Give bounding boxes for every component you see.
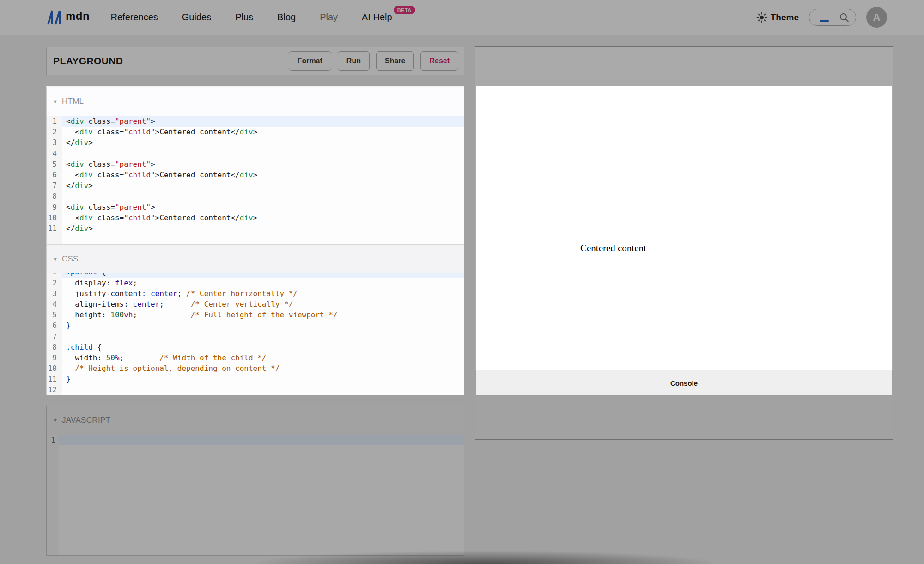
- code-line[interactable]: 3</div>: [47, 137, 464, 148]
- line-number: 7: [47, 180, 62, 191]
- code-token: center: [151, 289, 177, 298]
- code-line[interactable]: 10 /* Height is optional, depending on c…: [47, 363, 464, 374]
- code-token: div: [75, 224, 88, 233]
- code-line[interactable]: 4 align-items: center; /* Center vertica…: [47, 299, 464, 309]
- code-line[interactable]: 4: [47, 148, 464, 159]
- nav-item-guides[interactable]: Guides: [182, 12, 211, 23]
- line-number: 4: [47, 299, 62, 309]
- console-label: Console: [670, 379, 698, 387]
- code-token: 50: [106, 353, 115, 362]
- dim-overlay: [892, 86, 924, 564]
- nav-item-blog[interactable]: Blog: [277, 12, 296, 23]
- code-token: width:: [66, 353, 106, 362]
- code-token: /* Full height of the viewport */: [191, 310, 338, 319]
- code-line-content: display: flex;: [62, 278, 464, 288]
- collapse-triangle-icon: ▼: [53, 418, 58, 423]
- code-line[interactable]: 5 height: 100vh; /* Full height of the v…: [47, 309, 464, 320]
- code-token: ;: [133, 279, 138, 287]
- line-number: 9: [47, 352, 62, 363]
- code-token: div: [240, 213, 253, 222]
- code-line[interactable]: 3 justify-content: center; /* Center hor…: [47, 288, 464, 299]
- search-input[interactable]: [809, 9, 856, 26]
- toolbar-button-run[interactable]: Run: [338, 51, 370, 71]
- code-token: div: [75, 181, 88, 190]
- beta-badge: BETA: [394, 6, 415, 14]
- js-editor-header[interactable]: ▼ JAVASCRIPT: [47, 406, 464, 435]
- code-line[interactable]: 7: [47, 331, 464, 342]
- html-code-editor[interactable]: 1<div class="parent">2 <div class="child…: [47, 116, 464, 244]
- nav-item-play[interactable]: Play: [320, 12, 338, 23]
- code-token: >: [253, 170, 258, 179]
- code-token: ;: [159, 300, 190, 309]
- code-line-content: <div class="parent">: [62, 159, 464, 170]
- code-token: <: [66, 213, 79, 222]
- line-number: 1: [47, 273, 62, 278]
- code-line[interactable]: 5<div class="parent">: [47, 159, 464, 170]
- code-line[interactable]: 11}: [47, 374, 464, 384]
- code-line[interactable]: 8.child {: [47, 342, 464, 352]
- css-editor-label: CSS: [62, 255, 79, 264]
- code-line[interactable]: 2 display: flex;: [47, 278, 464, 288]
- code-line-content: /* Height is optional, depending on cont…: [62, 363, 464, 374]
- code-token: div: [71, 160, 84, 169]
- code-line[interactable]: 11</div>: [47, 223, 464, 234]
- code-token: >: [88, 181, 93, 190]
- nav-item-ai-help[interactable]: AI HelpBETA: [362, 12, 414, 23]
- code-token: >: [151, 203, 155, 212]
- sun-icon: [756, 12, 767, 23]
- code-line-content: .child {: [62, 342, 464, 352]
- line-number: 5: [47, 159, 62, 170]
- code-line[interactable]: 1.parent {: [47, 273, 464, 278]
- code-line[interactable]: 12: [47, 384, 464, 395]
- mdn-logo[interactable]: mdn _: [46, 10, 97, 25]
- code-token: </: [66, 181, 75, 190]
- toolbar-button-reset[interactable]: Reset: [420, 51, 458, 71]
- code-line[interactable]: 2 <div class="child">Centered content</d…: [47, 127, 464, 137]
- mdn-playground-page: mdn _ ReferencesGuidesPlusBlogPlayAI Hel…: [0, 0, 924, 564]
- code-token: <: [66, 117, 71, 126]
- dim-overlay: [464, 86, 476, 564]
- js-code-editor[interactable]: 1: [47, 435, 464, 555]
- toolbar-button-share[interactable]: Share: [376, 51, 414, 71]
- code-line-content: align-items: center; /* Center verticall…: [62, 299, 464, 309]
- search-caret: [820, 20, 829, 22]
- code-line-content: </div>: [62, 223, 464, 234]
- top-nav: mdn _ ReferencesGuidesPlusBlogPlayAI Hel…: [0, 0, 924, 35]
- theme-label: Theme: [771, 12, 799, 23]
- playground-header: PLAYGROUND FormatRunShareReset: [46, 47, 464, 75]
- code-token: >Centered content</: [155, 170, 240, 179]
- html-editor-header[interactable]: ▼ HTML: [47, 87, 464, 116]
- toolbar-button-format[interactable]: Format: [289, 51, 331, 71]
- console-toggle[interactable]: Console: [475, 370, 893, 396]
- code-token: .child: [66, 343, 93, 352]
- line-number: 7: [47, 331, 62, 342]
- code-line[interactable]: 7</div>: [47, 180, 464, 191]
- code-line[interactable]: 9 width: 50%; /* Width of the child */: [47, 352, 464, 363]
- nav-right-controls: Theme A: [756, 7, 887, 28]
- avatar[interactable]: A: [866, 7, 887, 28]
- code-line-content: .parent {: [62, 273, 464, 278]
- code-line-content: </div>: [62, 180, 464, 191]
- nav-item-plus[interactable]: Plus: [235, 12, 253, 23]
- code-line[interactable]: 1: [47, 435, 464, 445]
- html-editor-label: HTML: [62, 97, 84, 106]
- code-line[interactable]: 6}: [47, 320, 464, 331]
- code-line-content: <div class="parent">: [62, 202, 464, 212]
- code-line[interactable]: 8: [47, 191, 464, 201]
- code-token: {: [97, 273, 106, 276]
- code-line[interactable]: 10 <div class="child">Centered content</…: [47, 212, 464, 223]
- code-token: <: [66, 127, 79, 136]
- theme-toggle[interactable]: Theme: [756, 12, 799, 23]
- css-editor-header[interactable]: ▼ CSS: [47, 244, 464, 273]
- dim-overlay: [0, 86, 46, 564]
- code-line-content: }: [62, 374, 464, 384]
- nav-item-references[interactable]: References: [111, 12, 158, 23]
- output-iframe: Centered content: [475, 86, 893, 370]
- code-token: class=: [93, 213, 124, 222]
- css-code-editor[interactable]: 1.parent {2 display: flex;3 justify-cont…: [47, 273, 464, 395]
- code-line[interactable]: 1<div class="parent">: [47, 116, 464, 127]
- code-token: "parent": [115, 117, 151, 126]
- console-body: [475, 396, 893, 439]
- code-line[interactable]: 9<div class="parent">: [47, 202, 464, 212]
- code-line[interactable]: 6 <div class="child">Centered content</d…: [47, 170, 464, 180]
